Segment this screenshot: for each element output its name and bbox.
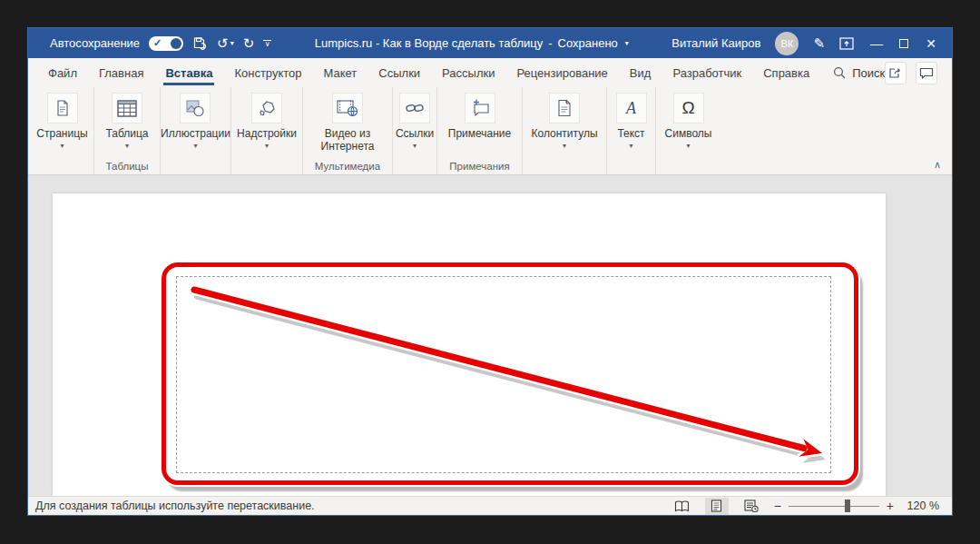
zoom-percentage[interactable]: 120 % <box>905 499 939 512</box>
symbols-icon: Ω <box>673 93 704 124</box>
title-bar: Автосохранение ✓ ↺ ▾ ↻ <box>28 28 952 58</box>
customize-quick-access-toolbar-button[interactable]: ∨ <box>263 40 271 47</box>
symbols-label: Символы <box>665 127 712 140</box>
read-mode-button[interactable] <box>671 498 694 515</box>
pages-icon <box>47 93 78 124</box>
tab-help[interactable]: Справка <box>752 58 820 87</box>
ribbon-display-options-button[interactable] <box>839 37 854 50</box>
tab-mailings[interactable]: Рассылки <box>431 58 505 87</box>
print-layout-icon <box>710 499 722 512</box>
ribbon-group-header-footer: Колонтитулы ▾ <box>523 87 607 174</box>
group-label-comments: Примечания <box>437 161 522 172</box>
dropdown-arrow-icon: ▾ <box>193 142 197 150</box>
save-icon[interactable] <box>192 35 208 51</box>
illustrations-icon <box>180 93 211 124</box>
undo-button[interactable]: ↺ ▾ <box>217 36 234 50</box>
zoom-slider-thumb[interactable] <box>845 499 850 512</box>
document-area <box>28 175 952 496</box>
autosave-label: Автосохранение <box>50 36 140 50</box>
status-bar: Для создания таблицы используйте перетас… <box>28 496 952 515</box>
zoom-out-button[interactable]: − <box>774 499 781 512</box>
undo-dropdown-arrow[interactable]: ▾ <box>230 40 234 47</box>
close-button[interactable]: ✕ <box>923 36 939 51</box>
tab-layout[interactable]: Макет <box>313 58 368 87</box>
header-footer-label: Колонтитулы <box>531 127 597 140</box>
new-comment-icon <box>465 93 495 124</box>
dropdown-arrow-icon: ▾ <box>563 142 566 150</box>
word-window: Автосохранение ✓ ↺ ▾ ↻ <box>27 27 953 516</box>
search-box[interactable]: Поиск <box>833 66 885 80</box>
pen-glyph: ✎ <box>813 36 825 50</box>
user-name[interactable]: Виталий Каиров <box>671 36 760 50</box>
share-button[interactable] <box>885 62 906 84</box>
status-hint: Для создания таблицы используйте перетас… <box>28 499 315 512</box>
dropdown-arrow-icon: ▾ <box>686 142 690 150</box>
tab-file[interactable]: Файл <box>37 58 88 87</box>
print-layout-button[interactable] <box>705 498 729 515</box>
links-label: Ссылки <box>396 127 434 140</box>
link-icon <box>399 93 430 124</box>
search-label: Поиск <box>852 66 885 80</box>
text-button[interactable]: A Текст ▾ <box>616 93 647 150</box>
omega-glyph: Ω <box>681 98 694 118</box>
dropdown-arrow-icon: ▾ <box>629 142 632 150</box>
zoom-slider-track <box>789 506 879 507</box>
check-icon: ✓ <box>153 38 162 48</box>
collapse-ribbon-button[interactable]: ∧ <box>934 159 941 171</box>
tab-design[interactable]: Конструктор <box>223 58 312 87</box>
tab-review[interactable]: Рецензирование <box>505 58 618 87</box>
minimize-button[interactable]: — <box>868 36 885 51</box>
links-button[interactable]: Ссылки ▾ <box>396 93 434 150</box>
red-highlight-rectangle <box>162 262 858 485</box>
dropdown-arrow-icon: ▾ <box>125 142 129 150</box>
table-button[interactable]: Таблица ▾ <box>105 93 148 150</box>
header-footer-button[interactable]: Колонтитулы ▾ <box>531 93 597 150</box>
tab-insert[interactable]: Вставка <box>154 58 223 87</box>
tab-home[interactable]: Главная <box>88 58 154 87</box>
desktop-background: { "colors": { "titlebar": "#2b579a", "ac… <box>0 0 980 544</box>
comments-button[interactable] <box>916 62 937 84</box>
add-ins-label: Надстройки <box>237 127 297 140</box>
table-label: Таблица <box>105 127 148 140</box>
tab-references[interactable]: Ссылки <box>368 58 431 87</box>
web-layout-icon <box>744 499 759 512</box>
ribbon-group-add-ins: Надстройки ▾ <box>231 87 303 174</box>
add-ins-button[interactable]: Надстройки ▾ <box>237 93 297 150</box>
redo-button[interactable]: ↻ <box>243 36 255 50</box>
comment-bubble-icon <box>919 67 934 79</box>
web-layout-button[interactable] <box>740 498 763 515</box>
header-footer-icon <box>549 93 580 124</box>
autosave-toggle[interactable]: ✓ <box>149 36 183 51</box>
avatar[interactable]: ВК <box>775 32 799 55</box>
read-mode-icon <box>674 500 690 512</box>
zoom-in-button[interactable]: + <box>887 499 894 512</box>
zoom-slider[interactable] <box>789 499 879 512</box>
comment-button[interactable]: Примечание <box>448 93 511 140</box>
group-label-tables: Таблицы <box>94 161 160 172</box>
ribbon-group-text: A Текст ▾ <box>607 87 656 174</box>
online-video-button[interactable]: Видео из Интернета <box>309 93 387 153</box>
ribbon: Страницы ▾ Таблица ▾ Таблицы <box>28 87 952 175</box>
dropdown-arrow-icon: ▾ <box>413 142 416 150</box>
tab-developer[interactable]: Разработчик <box>662 58 752 87</box>
group-label-media: Мультимедиа <box>303 161 392 172</box>
maximize-button[interactable] <box>899 39 908 48</box>
pages-button[interactable]: Страницы ▾ <box>36 93 87 150</box>
window-title: Lumpics.ru - Как в Ворде сделать таблицу… <box>271 36 671 50</box>
symbols-button[interactable]: Ω Символы ▾ <box>665 93 712 150</box>
ribbon-group-media: Видео из Интернета Мультимедиа <box>303 87 393 174</box>
table-icon <box>112 93 142 124</box>
undo-icon: ↺ <box>217 36 229 50</box>
illustrations-button[interactable]: Иллюстрации ▾ <box>161 93 230 150</box>
ribbon-group-comments: Примечание Примечания <box>437 87 523 174</box>
pages-label: Страницы <box>36 127 87 140</box>
ink-pen-icon[interactable]: ✎ <box>813 36 825 50</box>
dropdown-arrow-icon: ▾ <box>60 142 64 150</box>
save-status-chevron-icon[interactable]: ▾ <box>625 39 629 47</box>
ribbon-group-pages: Страницы ▾ <box>31 87 94 174</box>
save-status[interactable]: Сохранено <box>558 36 618 50</box>
chevron-down-icon: ∨ <box>265 42 270 47</box>
letter-a-glyph: A <box>626 99 636 118</box>
document-title: Lumpics.ru - Как в Ворде сделать таблицу <box>315 36 543 50</box>
tab-view[interactable]: Вид <box>619 58 662 87</box>
